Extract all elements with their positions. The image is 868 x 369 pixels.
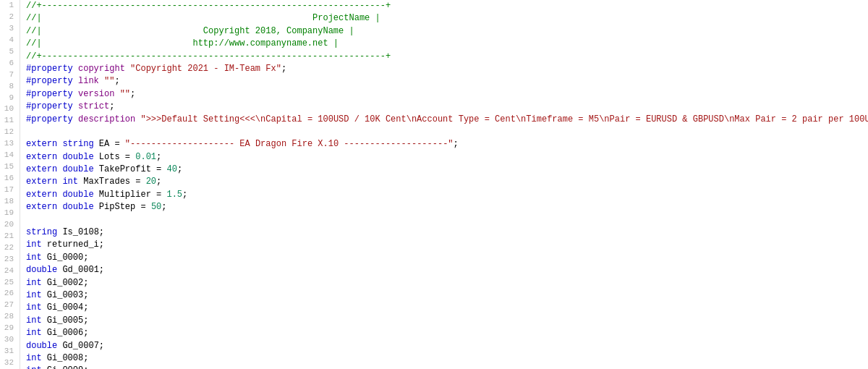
line-number: 26	[3, 288, 14, 300]
code-line: extern double Lots = 0.01;	[26, 151, 868, 164]
code-line: //| Copyright 2018, CompanyName |	[26, 25, 868, 38]
code-line	[26, 126, 868, 138]
line-number: 25	[3, 277, 14, 289]
code-line: int returned_i;	[26, 239, 868, 251]
code-line: int Gi_0009;	[26, 365, 868, 369]
line-number: 17	[3, 184, 14, 196]
line-number: 15	[3, 161, 14, 173]
code-line: #property copyright "Copyright 2021 - IM…	[26, 63, 868, 75]
line-number: 18	[3, 196, 14, 208]
line-number: 19	[3, 208, 14, 219]
line-number: 21	[3, 231, 14, 242]
line-numbers: 1234567891011121314151617181920212223242…	[0, 0, 20, 369]
code-line: #property version "";	[26, 88, 868, 101]
line-number: 11	[3, 115, 14, 127]
line-number: 30	[3, 334, 14, 346]
code-line: //| http://www.companyname.net |	[26, 38, 868, 50]
line-number: 23	[3, 254, 14, 266]
line-number: 14	[3, 150, 14, 161]
code-line: extern int MaxTrades = 20;	[26, 176, 868, 188]
code-line: extern double Multiplier = 1.5;	[26, 189, 868, 201]
line-number: 1	[3, 0, 14, 12]
line-number: 28	[3, 311, 14, 323]
code-line: double Gd_0007;	[26, 340, 868, 352]
code-line: int Gi_0006;	[26, 327, 868, 339]
line-number: 9	[3, 93, 14, 104]
line-number: 27	[3, 300, 14, 311]
line-number: 20	[3, 219, 14, 231]
line-number: 22	[3, 242, 14, 254]
code-line: int Gi_0008;	[26, 352, 868, 365]
code-line: //| ProjectName |	[26, 12, 868, 25]
line-number: 24	[3, 266, 14, 277]
code-line: int Gi_0005;	[26, 315, 868, 327]
code-editor: 1234567891011121314151617181920212223242…	[0, 0, 868, 369]
line-number: 5	[3, 46, 14, 58]
line-number: 13	[3, 138, 14, 150]
code-line: extern double PipStep = 50;	[26, 201, 868, 213]
line-number: 3	[3, 23, 14, 35]
code-line: extern double TakeProfit = 40;	[26, 164, 868, 176]
code-line: int Gi_0004;	[26, 302, 868, 314]
line-number: 8	[3, 81, 14, 93]
code-line: double Gd_0001;	[26, 264, 868, 276]
code-line: extern string EA = "--------------------…	[26, 138, 868, 150]
code-line: int Gi_0003;	[26, 289, 868, 302]
line-number: 29	[3, 323, 14, 334]
code-line: string Is_0108;	[26, 226, 868, 239]
line-number: 4	[3, 35, 14, 46]
line-number: 2	[3, 12, 14, 23]
code-line: #property strict;	[26, 101, 868, 113]
line-number: 16	[3, 173, 14, 184]
line-number: 6	[3, 58, 14, 69]
code-line	[26, 214, 868, 226]
line-number: 7	[3, 69, 14, 81]
code-line: #property link "";	[26, 75, 868, 88]
code-content[interactable]: //+-------------------------------------…	[20, 0, 868, 369]
code-line: int Gi_0002;	[26, 277, 868, 289]
code-line: //+-------------------------------------…	[26, 0, 868, 12]
code-line: int Gi_0000;	[26, 252, 868, 264]
line-number: 12	[3, 127, 14, 138]
line-number: 10	[3, 103, 14, 115]
code-line: #property description ">>>Default Settin…	[26, 114, 868, 126]
line-number: 32	[3, 357, 14, 369]
line-number: 31	[3, 346, 14, 357]
code-line: //+-------------------------------------…	[26, 51, 868, 63]
